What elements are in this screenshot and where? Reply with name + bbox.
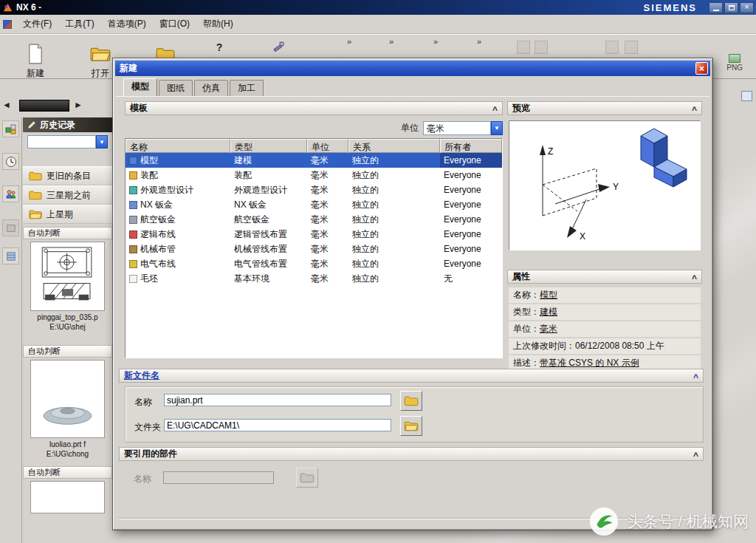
menu-window[interactable]: 窗口(O) [153, 16, 196, 33]
history-filter-combobox[interactable]: ▼ [27, 135, 108, 148]
file-name-label: 名称 [134, 396, 152, 409]
part-thumbnail[interactable] [30, 360, 105, 438]
reference-name-input [163, 471, 274, 484]
table-row[interactable]: 装配装配毫米独立的Everyone [126, 168, 502, 182]
history-header: 历史记录 [23, 117, 112, 132]
units-label: 单位 [401, 122, 419, 134]
dialog-close-button[interactable]: × [695, 62, 708, 75]
table-cell: 独立的 [348, 271, 440, 286]
folder-icon [29, 190, 42, 200]
dropdown-arrow-icon[interactable]: ▼ [96, 135, 108, 148]
table-cell: Everyone [440, 227, 502, 242]
menu-tools[interactable]: 工具(T) [58, 16, 100, 33]
collapse-arrow-icon[interactable]: ^ [693, 452, 698, 460]
close-window-button[interactable]: × [740, 2, 754, 13]
history-group-label: 上星期 [47, 208, 73, 221]
tab-drawing[interactable]: 图纸 [159, 80, 193, 97]
table-row[interactable]: 毛坯基本环境毫米独立的无 [126, 271, 502, 286]
file-name-input[interactable] [164, 394, 391, 406]
tab-simulation[interactable]: 仿真 [194, 80, 228, 97]
part-thumbnail[interactable] [30, 242, 105, 311]
table-row[interactable]: 机械布管机械管线布置毫米独立的Everyone [126, 242, 502, 256]
column-header-type[interactable]: 类型 [230, 139, 307, 153]
table-cell: 毫米 [307, 227, 348, 242]
png-export-button[interactable]: PNG [726, 54, 743, 72]
panel-back-icon[interactable]: ◄ [2, 100, 11, 110]
collapse-arrow-icon[interactable]: ^ [693, 374, 698, 381]
collapse-arrow-icon[interactable]: ^ [692, 106, 697, 114]
reference-browse-button [296, 468, 318, 488]
table-row[interactable]: 外观造型设计外观造型设计毫米独立的Everyone [126, 182, 502, 197]
tab-model[interactable]: 模型 [123, 78, 157, 97]
tab-manufacturing[interactable]: 加工 [230, 80, 264, 97]
folder-path-input[interactable] [164, 419, 391, 431]
table-row[interactable]: 逻辑布线逻辑管线布置毫米独立的Everyone [126, 227, 502, 242]
new-file-section-title: 新文件名 [124, 369, 159, 382]
app-menu-icon [3, 20, 12, 29]
dropdown-arrow-icon[interactable]: ▼ [491, 121, 503, 135]
toolbar-overflow-icon[interactable]: » [477, 37, 481, 46]
column-header-name[interactable]: 名称 [126, 139, 230, 153]
table-row[interactable]: NX 钣金NX 钣金毫米独立的Everyone [126, 197, 502, 212]
column-header-owner[interactable]: 所有者 [440, 139, 502, 153]
browse-file-button[interactable] [400, 391, 422, 411]
table-cell: 毫米 [307, 212, 348, 227]
collapse-arrow-icon[interactable]: ^ [492, 106, 498, 114]
history-filter-field[interactable] [27, 135, 96, 148]
table-row[interactable]: 电气布线电气管线布置毫米独立的Everyone [126, 256, 502, 271]
new-file-section-header[interactable]: 新文件名 ^ [119, 369, 704, 383]
minimize-button[interactable] [709, 2, 723, 13]
browse-folder-button[interactable] [400, 416, 422, 436]
history-entry-header[interactable]: 自动判断 [23, 227, 112, 239]
table-cell: 独立的 [348, 227, 440, 242]
toolbar-overflow-icon[interactable]: » [389, 37, 394, 46]
history-clock-icon[interactable] [2, 153, 19, 170]
view-mini-icon[interactable] [741, 91, 752, 101]
preview-3d-image: Z Y X [509, 121, 700, 250]
toolbar-overflow-icon[interactable]: » [433, 37, 438, 46]
menu-preferences[interactable]: 首选项(P) [101, 16, 153, 33]
preview-box: Z Y X [509, 120, 701, 250]
reference-section-header[interactable]: 要引用的部件 ^ [119, 447, 704, 461]
table-cell: 毛坯 [126, 271, 230, 286]
palettes-icon[interactable] [2, 247, 19, 264]
help-button[interactable]: ? [211, 39, 227, 55]
roles-icon[interactable] [2, 185, 19, 202]
history-entry-header[interactable]: 自动判断 [23, 345, 112, 358]
templates-section-header[interactable]: 模板 ^ [125, 101, 503, 115]
blank-template-icon [129, 275, 137, 283]
preview-section-header[interactable]: 预览 ^ [507, 101, 702, 115]
menu-help[interactable]: 帮助(H) [196, 16, 240, 33]
menu-file[interactable]: 文件(F) [16, 16, 58, 33]
dialog-titlebar[interactable]: 新建 × [115, 61, 710, 76]
navigator-icon[interactable] [2, 120, 19, 137]
axis-y-label: Y [613, 182, 619, 192]
history-group-three-weeks[interactable]: 三星期之前 [23, 185, 112, 205]
toolbar-overflow-icon[interactable]: » [347, 37, 351, 46]
panel-tab-handle[interactable] [19, 100, 69, 112]
column-header-units[interactable]: 单位 [307, 139, 348, 153]
table-row[interactable]: 模型建模毫米独立的Everyone [126, 153, 502, 168]
aero-sheet-metal-template-icon [129, 216, 137, 224]
new-button[interactable]: 新建 [9, 42, 62, 80]
nx-app-icon [2, 2, 13, 13]
panel-forward-icon[interactable]: ► [74, 100, 83, 110]
restore-button[interactable] [724, 2, 738, 13]
history-group-older[interactable]: 更旧的条目 [23, 166, 112, 185]
table-cell: 独立的 [348, 242, 440, 256]
units-combobox[interactable]: 毫米 ▼ [423, 121, 503, 135]
column-header-relationship[interactable]: 关系 [348, 139, 440, 153]
history-entry-header[interactable]: 自动判断 [23, 466, 112, 479]
axis-x-label: X [580, 231, 585, 242]
tools-button[interactable] [270, 39, 286, 55]
part-thumbnail[interactable] [30, 481, 105, 513]
collapse-arrow-icon[interactable]: ^ [692, 275, 697, 282]
properties-section-header[interactable]: 属性 ^ [507, 270, 702, 284]
new-document-icon [24, 42, 47, 66]
open-folder-icon [404, 420, 419, 431]
new-file-panel: 名称 文件夹 [125, 386, 704, 443]
library-icon[interactable] [2, 219, 19, 236]
table-cell: 独立的 [348, 197, 440, 212]
table-row[interactable]: 航空钣金航空钣金毫米独立的Everyone [126, 212, 502, 227]
history-group-last-week[interactable]: 上星期 [23, 205, 112, 224]
